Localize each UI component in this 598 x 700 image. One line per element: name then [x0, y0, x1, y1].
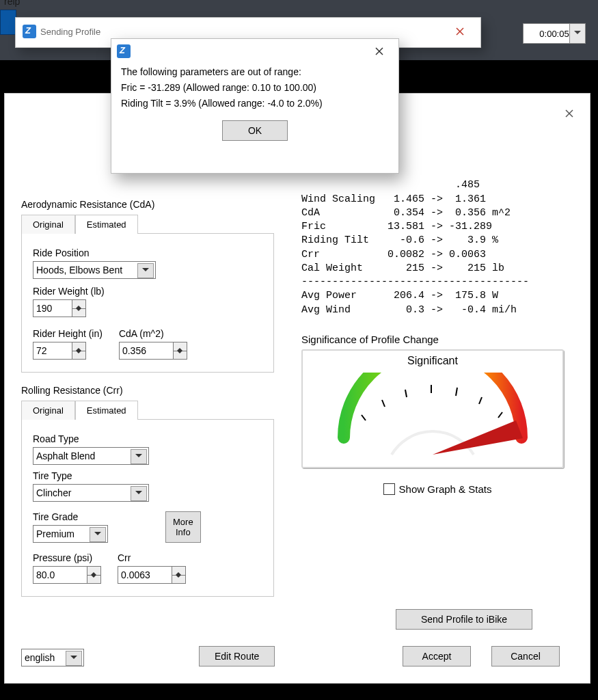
- tab-crr-estimated[interactable]: Estimated: [75, 401, 138, 420]
- svg-line-9: [479, 397, 482, 404]
- crr-section-title: Rolling Resistance (Crr): [21, 385, 274, 396]
- ok-button[interactable]: OK: [222, 120, 288, 141]
- error-line: Riding Tilt = 3.9% (Allowed range: -4.0 …: [111, 95, 398, 111]
- rider-weight-value: 190: [36, 303, 52, 314]
- ride-position-combo[interactable]: Hoods, Elbows Bent: [33, 261, 156, 279]
- crr-value: 0.0063: [121, 569, 150, 580]
- rider-height-stepper[interactable]: 72: [33, 342, 86, 360]
- rider-height-value: 72: [36, 345, 47, 356]
- crr-value-label: Crr: [118, 552, 186, 563]
- tire-type-label: Tire Type: [33, 470, 262, 481]
- timer-field[interactable]: 0:00:05: [523, 23, 586, 44]
- send-profile-button[interactable]: Send Profile to iBike: [396, 609, 532, 630]
- cda-panel: Ride Position Hoods, Elbows Bent Rider W…: [21, 233, 274, 373]
- chevron-down-icon: [131, 449, 147, 464]
- cda-value-label: CdA (m^2): [119, 328, 187, 339]
- svg-line-4: [362, 415, 366, 420]
- error-line: Fric = -31.289 (Allowed range: 0.10 to 1…: [111, 79, 398, 95]
- more-info-button[interactable]: More Info: [165, 511, 201, 543]
- svg-line-6: [405, 390, 407, 397]
- profile-report: .485 Wind Scaling 1.465 -> 1.361 CdA 0.3…: [301, 165, 573, 317]
- close-icon[interactable]: [446, 21, 474, 42]
- chevron-down-icon: [66, 651, 82, 666]
- gauge-icon: [303, 373, 562, 465]
- svg-line-10: [498, 412, 502, 418]
- timer-dropdown-icon[interactable]: [569, 24, 585, 43]
- cda-value: 0.356: [122, 345, 146, 356]
- crr-panel: Road Type Asphalt Blend Tire Type Clinch…: [21, 419, 274, 597]
- language-value: english: [25, 652, 55, 663]
- significance-gauge: Significant: [301, 349, 564, 468]
- menu-fragment: relp: [4, 0, 20, 7]
- checkbox-icon: [383, 483, 395, 495]
- window-chrome-fragment: [0, 10, 16, 35]
- chevron-down-icon: [131, 486, 147, 501]
- close-icon[interactable]: [366, 41, 393, 62]
- pressure-stepper[interactable]: 80.0: [33, 566, 101, 584]
- show-graph-stats-checkbox[interactable]: Show Graph & Stats: [301, 483, 573, 495]
- tire-grade-value: Premium: [36, 528, 74, 539]
- rider-weight-label: Rider Weight (lb): [33, 286, 262, 297]
- error-dialog: The following parameters are out of rang…: [111, 38, 399, 174]
- svg-line-8: [456, 388, 457, 396]
- chevron-down-icon: [90, 527, 106, 542]
- tire-type-value: Clincher: [36, 487, 71, 498]
- road-type-value: Asphalt Blend: [36, 450, 95, 461]
- tire-type-combo[interactable]: Clincher: [33, 484, 149, 502]
- cda-value-stepper[interactable]: 0.356: [119, 342, 187, 360]
- language-combo[interactable]: english: [21, 649, 84, 667]
- chevron-down-icon: [137, 263, 154, 278]
- cancel-button[interactable]: Cancel: [491, 646, 560, 667]
- timer-value: 0:00:05: [539, 29, 569, 39]
- rider-height-label: Rider Height (in): [33, 328, 103, 339]
- ride-position-value: Hoods, Elbows Bent: [36, 265, 122, 275]
- show-graph-stats-label: Show Graph & Stats: [399, 483, 492, 495]
- gauge-needle-icon: [433, 420, 523, 455]
- tire-grade-combo[interactable]: Premium: [33, 525, 108, 543]
- app-icon: [23, 25, 36, 38]
- svg-line-5: [382, 400, 385, 407]
- accept-button[interactable]: Accept: [403, 646, 471, 667]
- sending-profile-title: Sending Profile: [40, 27, 100, 37]
- ride-position-label: Ride Position: [33, 247, 262, 258]
- tire-grade-label: Tire Grade: [33, 511, 108, 522]
- tab-cda-original[interactable]: Original: [21, 215, 75, 234]
- road-type-label: Road Type: [33, 433, 262, 444]
- error-line: The following parameters are out of rang…: [111, 64, 398, 79]
- profile-editor-dialog: Aerodynamic Resistance (CdA) Original Es…: [4, 93, 590, 684]
- tab-cda-estimated[interactable]: Estimated: [75, 215, 138, 234]
- edit-route-button[interactable]: Edit Route: [199, 646, 275, 667]
- significance-title: Significance of Profile Change: [301, 334, 573, 345]
- pressure-value: 80.0: [36, 569, 55, 580]
- road-type-combo[interactable]: Asphalt Blend: [33, 447, 149, 465]
- tab-crr-original[interactable]: Original: [21, 401, 75, 420]
- significance-caption: Significant: [303, 351, 562, 367]
- app-icon: [117, 44, 131, 58]
- rider-weight-stepper[interactable]: 190: [33, 299, 86, 317]
- cda-section-title: Aerodynamic Resistance (CdA): [21, 199, 274, 210]
- pressure-label: Pressure (psi): [33, 552, 101, 563]
- crr-value-stepper[interactable]: 0.0063: [118, 566, 186, 584]
